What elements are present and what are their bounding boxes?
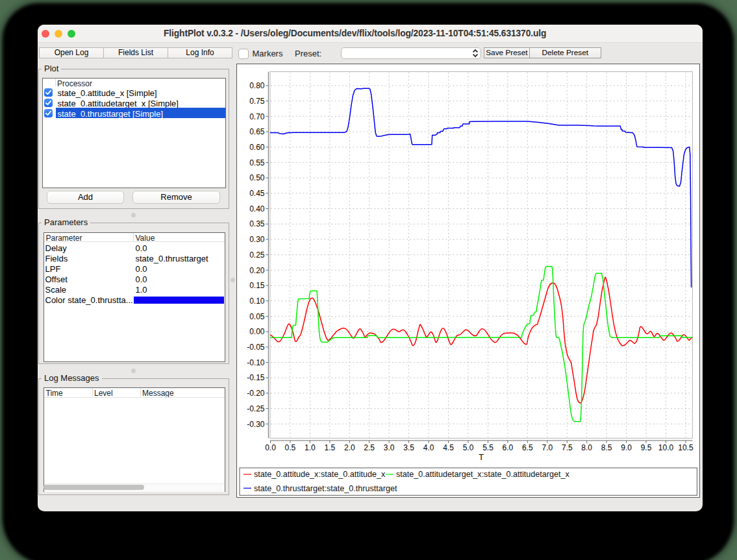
svg-text:state_0.thrusttarget:state_0.t: state_0.thrusttarget:state_0.thrusttarge… bbox=[254, 484, 397, 493]
svg-text:2.5: 2.5 bbox=[364, 443, 375, 452]
svg-text:-0.20: -0.20 bbox=[247, 389, 265, 398]
svg-text:6.5: 6.5 bbox=[521, 443, 532, 452]
svg-text:0.0: 0.0 bbox=[265, 443, 276, 452]
svg-text:0.60: 0.60 bbox=[249, 143, 265, 152]
svg-text:4.5: 4.5 bbox=[443, 443, 454, 452]
svg-text:0.45: 0.45 bbox=[249, 189, 265, 198]
svg-text:-0.05: -0.05 bbox=[247, 343, 265, 352]
svg-text:0.30: 0.30 bbox=[249, 235, 265, 244]
svg-text:0.40: 0.40 bbox=[249, 204, 265, 213]
svg-text:0.25: 0.25 bbox=[249, 250, 265, 260]
svg-text:0.50: 0.50 bbox=[249, 173, 265, 182]
svg-text:1.0: 1.0 bbox=[305, 443, 316, 452]
svg-text:0.70: 0.70 bbox=[249, 112, 265, 121]
svg-text:0.5: 0.5 bbox=[284, 443, 295, 452]
svg-text:4.0: 4.0 bbox=[423, 443, 434, 452]
svg-text:0.75: 0.75 bbox=[249, 97, 265, 106]
svg-text:10.0: 10.0 bbox=[658, 443, 673, 452]
svg-text:state_0.attitudetarget_x:state: state_0.attitudetarget_x:state_0.attitud… bbox=[396, 470, 569, 479]
svg-text:3.5: 3.5 bbox=[403, 443, 414, 452]
svg-text:1.5: 1.5 bbox=[324, 443, 335, 452]
svg-text:5.0: 5.0 bbox=[462, 443, 473, 452]
svg-text:6.0: 6.0 bbox=[502, 443, 513, 452]
svg-text:9.0: 9.0 bbox=[621, 443, 632, 452]
svg-text:0.05: 0.05 bbox=[249, 312, 265, 321]
svg-text:8.5: 8.5 bbox=[601, 443, 612, 452]
svg-text:7.5: 7.5 bbox=[561, 443, 572, 452]
svg-text:state_0.attitude_x:state_0.att: state_0.attitude_x:state_0.attitude_x bbox=[254, 470, 386, 479]
svg-text:T: T bbox=[479, 453, 484, 462]
svg-text:0.20: 0.20 bbox=[249, 266, 265, 275]
svg-text:-0.30: -0.30 bbox=[247, 420, 265, 429]
svg-text:0.35: 0.35 bbox=[249, 219, 265, 228]
svg-text:0.65: 0.65 bbox=[249, 127, 265, 136]
svg-text:-0.25: -0.25 bbox=[247, 404, 265, 413]
svg-text:0.55: 0.55 bbox=[249, 158, 265, 167]
svg-text:0.10: 0.10 bbox=[249, 297, 265, 306]
svg-text:10.5: 10.5 bbox=[678, 443, 693, 452]
svg-text:-0.15: -0.15 bbox=[247, 373, 265, 382]
svg-text:3.0: 3.0 bbox=[383, 443, 394, 452]
svg-text:5.5: 5.5 bbox=[482, 443, 493, 452]
svg-text:2.0: 2.0 bbox=[344, 443, 355, 452]
svg-text:0.80: 0.80 bbox=[249, 81, 265, 90]
svg-text:0.00: 0.00 bbox=[249, 327, 265, 336]
svg-text:8.0: 8.0 bbox=[581, 443, 592, 452]
svg-text:7.0: 7.0 bbox=[542, 443, 553, 452]
svg-text:0.15: 0.15 bbox=[249, 281, 265, 290]
svg-text:-0.10: -0.10 bbox=[247, 358, 265, 367]
svg-text:9.5: 9.5 bbox=[640, 443, 651, 452]
